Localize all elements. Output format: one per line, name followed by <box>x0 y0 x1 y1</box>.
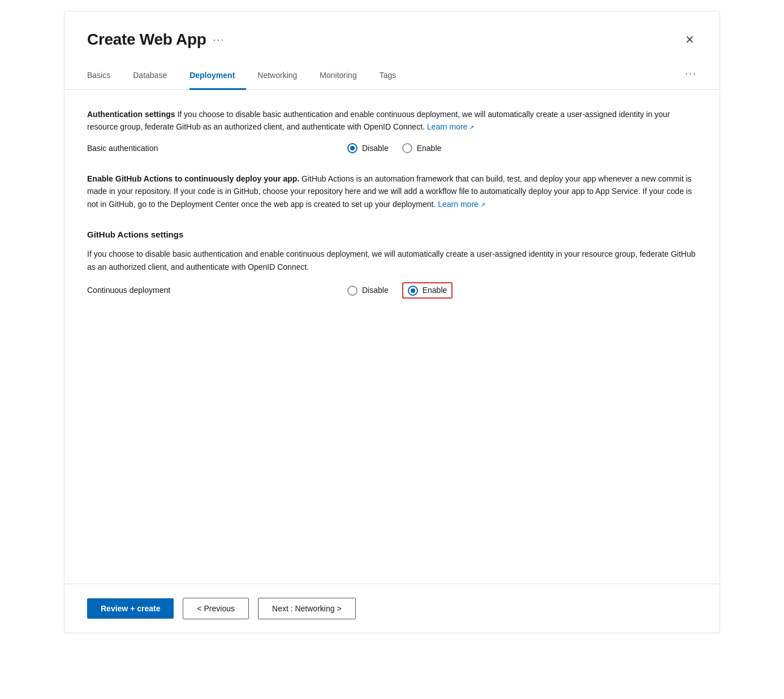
basic-auth-enable-radio[interactable] <box>402 143 412 153</box>
continuous-deployment-enable-option[interactable]: Enable <box>402 282 453 299</box>
tab-deployment[interactable]: Deployment <box>189 65 246 90</box>
continuous-deployment-field-row: Continuous deployment Disable Enable <box>87 282 697 299</box>
tab-database[interactable]: Database <box>133 65 178 90</box>
previous-button[interactable]: < Previous <box>183 598 249 619</box>
auth-settings-section: Authentication settings If you choose to… <box>87 108 697 154</box>
continuous-deployment-disable-radio[interactable] <box>347 286 357 296</box>
continuous-deployment-radio-group: Disable Enable <box>347 282 453 299</box>
tab-basics[interactable]: Basics <box>87 65 122 90</box>
tab-monitoring[interactable]: Monitoring <box>320 65 368 90</box>
next-button[interactable]: Next : Networking > <box>258 598 356 619</box>
basic-auth-disable-radio[interactable] <box>347 143 357 153</box>
auth-learn-more-link[interactable]: Learn more <box>427 122 475 131</box>
auth-section-title: Authentication settings <box>87 110 175 119</box>
create-web-app-dialog: Create Web App ··· ✕ Basics Database Dep… <box>64 11 720 633</box>
github-actions-settings-desc: If you choose to disable basic authentic… <box>87 248 697 273</box>
basic-auth-enable-label: Enable <box>417 143 442 154</box>
github-actions-section: Enable GitHub Actions to continuously de… <box>87 172 697 210</box>
basic-auth-field-row: Basic authentication Disable Enable <box>87 143 697 154</box>
review-create-button[interactable]: Review + create <box>87 598 174 619</box>
github-section-title: Enable GitHub Actions to continuously de… <box>87 174 299 183</box>
github-section-description: Enable GitHub Actions to continuously de… <box>87 172 697 210</box>
github-learn-more-link[interactable]: Learn more <box>438 200 485 209</box>
basic-auth-label: Basic authentication <box>87 143 212 154</box>
continuous-deployment-enable-highlighted[interactable]: Enable <box>402 282 453 299</box>
basic-auth-enable-option[interactable]: Enable <box>402 143 442 154</box>
basic-auth-disable-option[interactable]: Disable <box>347 143 389 154</box>
tab-tags[interactable]: Tags <box>380 65 408 90</box>
tab-more-icon[interactable]: ··· <box>685 66 697 88</box>
basic-auth-radio-group: Disable Enable <box>347 143 441 154</box>
page-title: Create Web App <box>87 28 206 51</box>
tab-bar: Basics Database Deployment Networking Mo… <box>64 51 720 90</box>
title-more-icon[interactable]: ··· <box>213 32 225 48</box>
auth-section-description: Authentication settings If you choose to… <box>87 108 697 133</box>
dialog-header: Create Web App ··· ✕ <box>64 12 720 51</box>
continuous-deployment-enable-label: Enable <box>423 284 447 296</box>
continuous-deployment-disable-label: Disable <box>362 284 389 296</box>
continuous-deployment-label: Continuous deployment <box>87 284 212 296</box>
continuous-deployment-enable-radio[interactable] <box>408 286 418 296</box>
github-actions-settings-title: GitHub Actions settings <box>87 228 697 241</box>
close-icon[interactable]: ✕ <box>683 32 697 48</box>
github-actions-settings-section: GitHub Actions settings If you choose to… <box>87 228 697 299</box>
main-content: Authentication settings If you choose to… <box>64 90 720 584</box>
basic-auth-disable-label: Disable <box>362 143 389 154</box>
continuous-deployment-disable-option[interactable]: Disable <box>347 284 389 296</box>
dialog-title-area: Create Web App ··· <box>87 28 225 51</box>
dialog-footer: Review + create < Previous Next : Networ… <box>64 584 720 633</box>
tab-networking[interactable]: Networking <box>257 65 308 90</box>
